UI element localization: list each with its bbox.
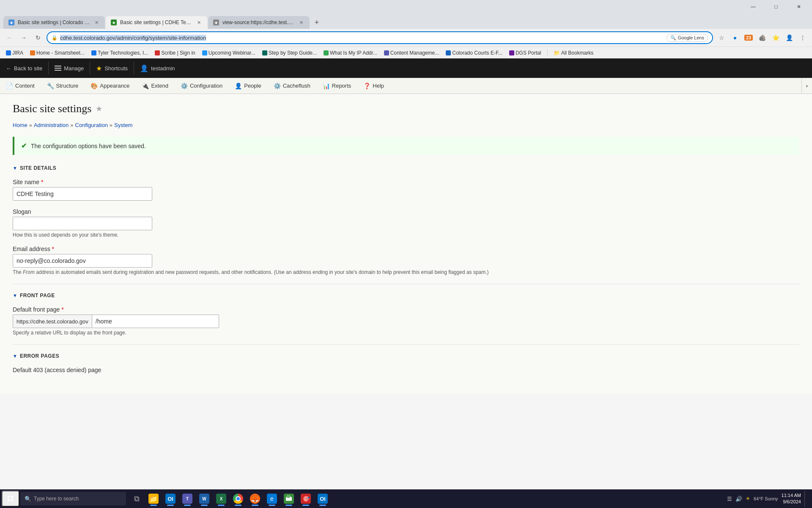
nav-configuration[interactable]: ⚙️ Configuration: [175, 78, 229, 94]
browser-toolbar-icons: ☆ ● 23 🪨 ⭐ 👤 ⋮: [716, 32, 809, 44]
back-to-site-button[interactable]: ← Back to site: [0, 58, 48, 78]
favorites-button[interactable]: ⭐: [770, 32, 782, 44]
site-name-input[interactable]: [13, 187, 152, 201]
nav-appearance-label: Appearance: [100, 83, 129, 89]
bookmark-courts[interactable]: Colorado Courts E-F...: [443, 49, 505, 57]
breadcrumb-sep-1: »: [29, 122, 32, 128]
nav-content[interactable]: 📄 Content: [0, 78, 41, 94]
google-lens-button[interactable]: 🔍 Google Lens: [667, 34, 708, 42]
required-star-email: *: [52, 246, 54, 252]
back-button[interactable]: ←: [3, 32, 15, 44]
bookmark-dgs[interactable]: DGS Portal: [507, 49, 544, 57]
bookmark-contentmgmt[interactable]: Content Manageme...: [381, 49, 442, 57]
maximize-button[interactable]: □: [766, 0, 786, 14]
breadcrumb-sep-3: »: [110, 122, 112, 128]
reload-button[interactable]: ↻: [32, 32, 44, 44]
folder-icon: 📁: [554, 50, 560, 56]
configuration-icon: ⚙️: [181, 83, 188, 89]
nav-structure[interactable]: 🔧 Structure: [41, 78, 85, 94]
slogan-hint: How this is used depends on your site's …: [13, 232, 799, 238]
nav-people[interactable]: 👤 People: [229, 78, 267, 94]
nav-appearance[interactable]: 🎨 Appearance: [85, 78, 136, 94]
email-input[interactable]: [13, 254, 152, 268]
nav-expand-button[interactable]: ›: [801, 78, 812, 94]
bookmark-jira[interactable]: JIRA: [3, 49, 26, 57]
nav-configuration-label: Configuration: [190, 83, 222, 89]
slogan-input[interactable]: [13, 217, 152, 230]
address-bar[interactable]: 🔒 cdhe.test.colorado.gov/admin/config/sy…: [47, 31, 713, 44]
breadcrumb-administration[interactable]: Administration: [34, 122, 69, 128]
bookmark-label-courts: Colorado Courts E-F...: [452, 50, 502, 56]
bookmark-label-jira: JIRA: [12, 50, 23, 56]
bookmark-label-ipaddr: What Is My IP Addr...: [330, 50, 377, 56]
address-text: cdhe.test.colorado.gov/admin/config/syst…: [60, 35, 664, 41]
site-details-section-header[interactable]: ▼ SITE DETAILS: [13, 165, 799, 171]
appearance-icon: 🎨: [91, 83, 98, 89]
breadcrumb-system[interactable]: System: [114, 122, 132, 128]
bookmark-favicon-courts: [446, 50, 451, 55]
front-page-section-header[interactable]: ▼ FRONT PAGE: [13, 293, 799, 298]
bookmark-webinar[interactable]: Upcoming Webinar...: [200, 49, 258, 57]
nav-help[interactable]: ❓ Help: [357, 78, 390, 94]
all-bookmarks-button[interactable]: 📁 All Bookmarks: [551, 49, 596, 57]
url-prefix-text: https://cdhe.test.colorado.gov: [16, 318, 88, 325]
manage-button[interactable]: Manage: [49, 58, 90, 78]
site-name-group: Site name *: [13, 179, 799, 201]
profile-button[interactable]: ●: [729, 32, 741, 44]
default-403-group: Default 403 (access denied) page: [13, 367, 799, 373]
bookmark-label-contentmgmt: Content Manageme...: [390, 50, 439, 56]
bookmark-scribe[interactable]: Scribe | Sign in: [152, 49, 198, 57]
bookmark-favicon-webinar: [202, 50, 207, 55]
tab-close-3[interactable]: ✕: [298, 19, 304, 26]
browser-tab-1[interactable]: ◆ Basic site settings | Colorado D... ✕: [3, 16, 105, 29]
bookmark-favicon-ipaddr: [324, 50, 329, 55]
error-pages-toggle-icon: ▼: [13, 353, 17, 359]
collections-button[interactable]: 23: [743, 32, 754, 44]
front-page-path-input[interactable]: [92, 315, 219, 328]
bookmark-favicon-dgs: [509, 50, 514, 55]
browser-tab-3[interactable]: ◆ view-source:https://cdhe.test.co... ✕: [208, 16, 310, 29]
nav-cacheflush[interactable]: ⚙️ Cacheflush: [268, 78, 317, 94]
tab-close-2[interactable]: ✕: [195, 19, 202, 26]
expand-icon: ›: [806, 83, 808, 89]
breadcrumb-sep-2: »: [70, 122, 73, 128]
shortcuts-button[interactable]: ★ Shortcuts: [90, 58, 134, 78]
breadcrumb-home[interactable]: Home: [13, 122, 27, 128]
title-bar: — □ ✕: [0, 0, 812, 14]
slogan-group: Slogan How this is used depends on your …: [13, 208, 799, 238]
user-menu-button[interactable]: 👤 testadmin: [134, 58, 181, 78]
bookmark-ipaddr[interactable]: What Is My IP Addr...: [321, 49, 380, 57]
nav-structure-label: Structure: [56, 83, 79, 89]
favorite-star-icon[interactable]: ★: [96, 104, 102, 113]
bookmark-step[interactable]: Step by Step Guide...: [260, 49, 319, 57]
bookmark-smartsheet[interactable]: Home - Smartsheet...: [27, 49, 87, 57]
minimize-button[interactable]: —: [743, 0, 763, 14]
account-button[interactable]: 👤: [783, 32, 795, 44]
star-icon: ★: [96, 64, 102, 72]
front-page-hint: Specify a relative URL to display as the…: [13, 330, 799, 336]
error-pages-section-header[interactable]: ▼ ERROR PAGES: [13, 353, 799, 359]
all-bookmarks-label: All Bookmarks: [561, 50, 594, 56]
nav-reports[interactable]: 📊 Reports: [317, 78, 358, 94]
nav-extend[interactable]: 🔌 Extend: [136, 78, 174, 94]
bookmark-tyler[interactable]: Tyler Technologies, I...: [89, 49, 151, 57]
page-content: Basic site settings ★ Home » Administrat…: [0, 94, 812, 394]
lock-icon: 🔒: [52, 35, 58, 41]
tab-favicon-2: ◆: [111, 19, 117, 25]
tab-close-1[interactable]: ✕: [93, 19, 100, 26]
forward-button[interactable]: →: [18, 32, 30, 44]
people-icon: 👤: [235, 83, 242, 89]
front-page-group: Default front page * https://cdhe.test.c…: [13, 306, 799, 336]
new-tab-button[interactable]: +: [310, 16, 323, 29]
nav-people-label: People: [244, 83, 261, 89]
browser-tab-2[interactable]: ◆ Basic site settings | CDHE Testin... ✕: [106, 16, 207, 29]
close-button[interactable]: ✕: [789, 0, 809, 14]
shortcuts-label: Shortcuts: [104, 65, 128, 72]
bookmark-button[interactable]: ☆: [716, 32, 727, 44]
section-divider-1: [13, 284, 799, 284]
breadcrumb-configuration[interactable]: Configuration: [75, 122, 108, 128]
bookmark-label-webinar: Upcoming Webinar...: [208, 50, 255, 56]
extensions-button[interactable]: 🪨: [756, 32, 768, 44]
menu-button[interactable]: ⋮: [797, 32, 809, 44]
page-title-row: Basic site settings ★: [13, 102, 799, 115]
